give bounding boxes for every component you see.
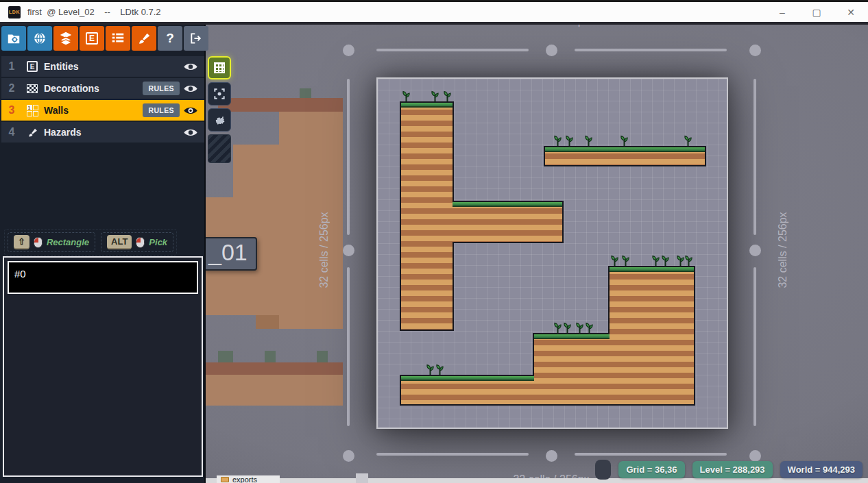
layer-number: 1 — [1, 60, 22, 73]
plant-sprout — [564, 134, 575, 147]
level01-bg-block — [218, 351, 233, 362]
hint-pick: ALT Pick — [101, 232, 173, 252]
level01-bg-block — [300, 88, 311, 99]
level01-name-label[interactable]: _01 — [203, 237, 257, 271]
layer-row-entities[interactable]: 1 E Entities — [1, 56, 204, 77]
main-toolbar: E ? — [1, 26, 208, 51]
exit-icon — [189, 32, 203, 45]
plant-sprout — [442, 90, 453, 102]
ruler-handle-dot[interactable] — [749, 45, 761, 56]
entities-button[interactable]: E — [80, 26, 104, 51]
hint-label: Rectangle — [47, 237, 89, 247]
selection-tool-button[interactable] — [208, 108, 231, 132]
brush-icon — [136, 31, 152, 46]
ruler-handle-dot[interactable] — [343, 450, 354, 462]
rules-badge[interactable]: RULES — [143, 82, 180, 95]
shift-key-badge: ⇧ — [14, 235, 29, 249]
level-canvas[interactable] — [376, 77, 728, 429]
list-icon — [110, 31, 125, 46]
status-level-coords: Level = 288,293 — [692, 461, 773, 478]
layer-row-hazards[interactable]: 4 Hazards — [1, 122, 204, 143]
visibility-eye-icon[interactable] — [183, 106, 198, 116]
grass-strip — [545, 147, 705, 152]
grass-strip — [534, 334, 610, 339]
exports-label: exports — [232, 475, 257, 483]
selected-tile-value[interactable]: #0 — [8, 261, 198, 294]
ruler-handle-dot[interactable] — [343, 45, 354, 56]
layer-number: 3 — [1, 104, 22, 116]
minimize-button[interactable]: – — [765, 7, 799, 18]
layer-number: 4 — [1, 126, 22, 138]
ruler-handle-dot[interactable] — [546, 450, 557, 462]
brush-layer-icon — [27, 127, 38, 138]
rules-badge[interactable]: RULES — [143, 103, 180, 117]
plant-sprout — [620, 254, 631, 267]
entity-layer-icon: E — [27, 61, 38, 72]
visibility-eye-icon[interactable] — [183, 127, 198, 138]
layer-name: Hazards — [43, 127, 183, 138]
project-settings-button[interactable] — [1, 26, 26, 51]
window-edge-strip — [0, 22, 868, 25]
wall-platform[interactable] — [453, 201, 564, 243]
alt-key-badge: ALT — [107, 235, 132, 249]
plant-sprout — [430, 90, 440, 102]
layer-name: Walls — [43, 105, 143, 116]
visibility-eye-icon[interactable] — [183, 62, 198, 72]
plant-sprout — [651, 254, 661, 267]
ruler-handle-dot[interactable] — [343, 245, 354, 256]
grass-strip — [401, 376, 534, 381]
layer-row-walls[interactable]: 3 1 Walls RULES — [1, 100, 204, 121]
tile-picker-panel[interactable]: #0 — [3, 256, 203, 477]
enums-button[interactable] — [106, 26, 130, 51]
stamp-selection-icon — [213, 113, 226, 127]
maximize-button[interactable]: ▢ — [799, 7, 834, 18]
level01-bg-block — [233, 145, 281, 315]
entity-icon: E — [86, 32, 98, 45]
color-swatch[interactable] — [595, 460, 611, 480]
visibility-eye-icon[interactable] — [183, 84, 198, 94]
exit-button[interactable] — [184, 26, 208, 51]
level01-bg-block — [279, 111, 343, 329]
globe-icon — [32, 31, 47, 46]
hint-rectangle: ⇧ Rectangle — [8, 232, 95, 252]
wall-platform[interactable] — [400, 375, 534, 406]
tilesets-button[interactable] — [132, 26, 156, 51]
ruler-segment — [575, 49, 727, 51]
folder-gear-icon — [6, 31, 21, 46]
ruler-handle-dot[interactable] — [749, 245, 761, 256]
wall-platform[interactable] — [533, 333, 610, 406]
layer-row-decorations[interactable]: 2 Decorations RULES — [1, 78, 204, 99]
level01-bg-block — [265, 351, 276, 362]
plant-sprout — [435, 363, 445, 375]
close-button[interactable]: ✕ — [834, 7, 868, 18]
question-icon: ? — [166, 31, 174, 46]
ruler-segment — [347, 267, 350, 426]
ruler-segment — [754, 267, 756, 426]
level01-bg-block — [317, 351, 328, 362]
grass-strip — [401, 103, 453, 108]
grid-icon — [214, 62, 225, 73]
layers-icon — [58, 31, 73, 46]
wall-platform[interactable] — [400, 101, 454, 331]
intgrid-layer-icon: 1 — [27, 105, 38, 116]
layers-button[interactable] — [53, 26, 78, 51]
plant-sprout — [562, 321, 572, 334]
titlebar: LDK first @ Level_02 -- LDtk 0.7.2 – ▢ ✕ — [0, 0, 868, 22]
status-bar: Grid = 36,36 Level = 288,293 World = 944… — [595, 460, 863, 480]
ruler-segment — [347, 79, 350, 235]
plant-sprout — [553, 321, 563, 334]
world-button[interactable] — [27, 26, 52, 51]
grass-strip — [453, 202, 562, 207]
fit-view-button[interactable] — [208, 82, 231, 106]
mouse-left-click-icon — [136, 237, 145, 248]
window-controls: – ▢ ✕ — [765, 7, 868, 18]
wall-platform[interactable] — [544, 146, 706, 166]
ruler-segment — [575, 453, 727, 456]
help-button[interactable]: ? — [158, 26, 182, 51]
plant-sprout — [619, 134, 629, 147]
ruler-label-right: 32 cells / 256px — [777, 175, 789, 325]
ruler-handle-dot[interactable] — [546, 45, 557, 56]
wall-platform[interactable] — [608, 266, 695, 406]
ruler-label-left: 32 cells / 256px — [318, 175, 330, 325]
grid-toggle-button[interactable] — [208, 56, 231, 79]
